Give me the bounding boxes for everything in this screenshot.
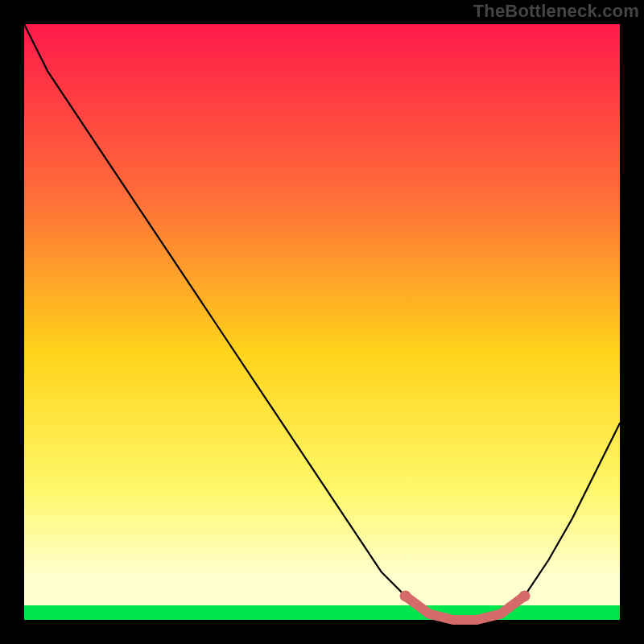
bottleneck-chart — [0, 0, 644, 644]
gradient-background — [24, 24, 620, 620]
optimal-range-end-dot — [519, 590, 530, 601]
optimal-range-start-dot — [400, 590, 411, 601]
watermark-text: TheBottleneck.com — [473, 1, 639, 22]
green-band — [24, 605, 620, 620]
chart-container: { "watermark": "TheBottleneck.com", "col… — [0, 0, 644, 644]
plot-area — [24, 24, 620, 620]
